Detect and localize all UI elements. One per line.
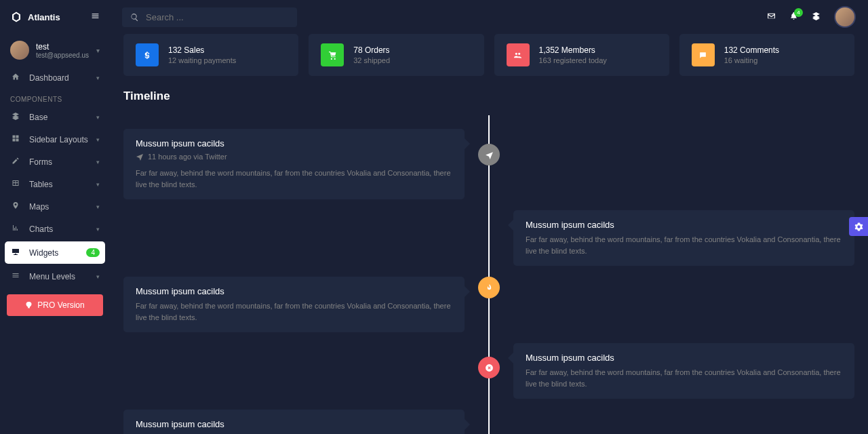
nav-sidebar-layouts[interactable]: Sidebar Layouts▾ — [0, 128, 110, 151]
bars-icon — [10, 271, 21, 281]
timeline-card-body: Far far away, behind the word mountains,… — [526, 367, 842, 389]
search-input[interactable] — [146, 12, 289, 22]
timeline-card-body: Far far away, behind the word mountains,… — [526, 234, 842, 256]
timeline-row: Mussum ipsum cacilds Far far away, behin… — [123, 210, 854, 266]
timeline: Mussum ipsum cacilds 11 hours ago via Tw… — [123, 115, 854, 434]
stat-title: 132 Comments — [724, 45, 779, 55]
layers-menu-icon[interactable] — [812, 12, 821, 22]
nav-dashboard[interactable]: Dashboard▾ — [0, 66, 110, 89]
home-icon — [10, 73, 21, 83]
fire-icon — [478, 277, 500, 298]
chevron-down-icon: ▾ — [96, 75, 100, 81]
main-nav: Dashboard▾ COMPONENTS Base▾ Sidebar Layo… — [0, 66, 110, 288]
dollar-icon — [136, 43, 159, 66]
stat-title: 1,352 Members — [539, 45, 607, 55]
stat-card[interactable]: 132 Comments16 waiting — [679, 34, 854, 76]
notification-badge: 4 — [794, 8, 803, 17]
nav-base[interactable]: Base▾ — [0, 106, 110, 128]
main: 4 132 Sales12 waiting payments 78 Orders… — [110, 0, 868, 434]
timeline-card-body: Far far away, behind the word mountains,… — [136, 300, 452, 323]
gear-icon — [854, 222, 863, 231]
th-icon — [10, 134, 21, 144]
brand-name: Atlantis — [28, 12, 60, 22]
search-box[interactable] — [122, 7, 297, 27]
plane-icon — [478, 144, 500, 165]
brand-logo[interactable]: Atlantis — [10, 11, 60, 23]
sidebar-toggle-icon[interactable] — [91, 12, 100, 22]
close-icon — [478, 357, 500, 378]
nav-maps[interactable]: Maps▾ — [0, 195, 110, 218]
widgets-badge: 4 — [86, 248, 100, 257]
timeline-title: Timeline — [123, 90, 854, 103]
desktop-icon — [10, 248, 21, 258]
search-icon — [130, 13, 139, 22]
content: 132 Sales12 waiting payments 78 Orders32… — [110, 34, 868, 434]
timeline-card: Mussum ipsum cacilds 11 hours ago via Tw… — [123, 129, 465, 199]
stat-subtitle: 16 waiting — [724, 56, 779, 64]
timeline-card-body: Far far away, behind the word mountains,… — [136, 167, 452, 190]
timeline-card: Mussum ipsum cacilds Far far away, behin… — [513, 210, 854, 266]
table-icon — [10, 179, 21, 189]
stat-card[interactable]: 1,352 Members163 registered today — [494, 34, 669, 76]
user-menu-avatar[interactable] — [834, 6, 856, 28]
timeline-card-title: Mussum ipsum cacilds — [136, 419, 452, 429]
pro-version-button[interactable]: PRO Version — [7, 294, 103, 316]
messages-icon[interactable] — [767, 12, 776, 22]
stat-subtitle: 163 registered today — [539, 56, 607, 64]
timeline-row: Mussum ipsum cacilds 11 hours ago via Tw… — [123, 129, 854, 199]
chart-icon — [10, 224, 21, 234]
logo-icon — [10, 11, 22, 23]
stat-subtitle: 32 shipped — [353, 56, 390, 64]
layers-icon — [10, 112, 21, 122]
edit-icon — [10, 157, 21, 167]
rocket-icon — [25, 301, 33, 309]
pin-icon — [10, 201, 21, 212]
timeline-card-title: Mussum ipsum cacilds — [526, 220, 842, 230]
timeline-card: Mussum ipsum cacilds Far far away, behin… — [513, 343, 854, 399]
timeline-meta: 11 hours ago via Twitter — [136, 153, 452, 161]
timeline-row: Mussum ipsum cacilds Far far away, behin… — [123, 410, 854, 434]
settings-drawer-toggle[interactable] — [849, 217, 868, 236]
sidebar: Atlantis test test@appseed.us ▾ Dashboar… — [0, 0, 110, 434]
user-name: test — [36, 42, 100, 52]
comment-icon — [692, 43, 715, 66]
nav-widgets[interactable]: Widgets4 — [5, 241, 105, 264]
topbar: 4 — [110, 0, 868, 34]
nav-forms[interactable]: Forms▾ — [0, 151, 110, 173]
cart-icon — [321, 43, 344, 66]
notifications-icon[interactable]: 4 — [789, 12, 798, 22]
timeline-card-title: Mussum ipsum cacilds — [526, 353, 842, 363]
stat-title: 132 Sales — [168, 45, 236, 55]
stat-card[interactable]: 78 Orders32 shipped — [309, 34, 484, 76]
nav-charts[interactable]: Charts▾ — [0, 218, 110, 240]
stat-title: 78 Orders — [353, 45, 390, 55]
nav-menu-levels[interactable]: Menu Levels▾ — [0, 265, 110, 288]
stat-card[interactable]: 132 Sales12 waiting payments — [123, 34, 298, 76]
timeline-card: Mussum ipsum cacilds Far far away, behin… — [123, 277, 465, 332]
nav-tables[interactable]: Tables▾ — [0, 173, 110, 195]
user-section[interactable]: test test@appseed.us ▾ — [0, 34, 110, 66]
timeline-card: Mussum ipsum cacilds Far far away, behin… — [123, 410, 465, 434]
timeline-card-title: Mussum ipsum cacilds — [136, 286, 452, 296]
user-email: test@appseed.us — [36, 52, 100, 59]
user-avatar — [10, 41, 29, 60]
users-icon — [507, 43, 530, 66]
stats-row: 132 Sales12 waiting payments 78 Orders32… — [123, 34, 854, 76]
chevron-down-icon: ▾ — [96, 47, 100, 54]
stat-subtitle: 12 waiting payments — [168, 56, 236, 64]
logo-bar: Atlantis — [0, 0, 110, 34]
section-components: COMPONENTS — [0, 89, 110, 106]
timeline-card-title: Mussum ipsum cacilds — [136, 138, 452, 149]
